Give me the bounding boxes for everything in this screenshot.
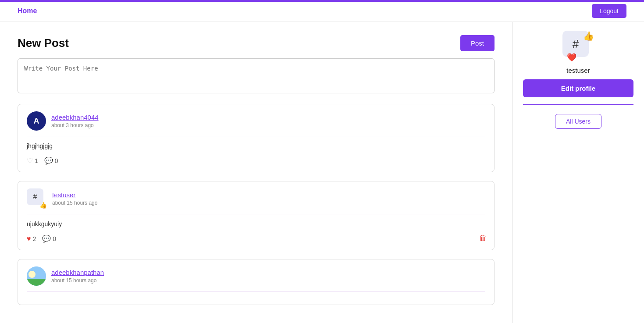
username-link[interactable]: adeebkhanpathan: [51, 269, 104, 276]
topbar: Home Logout: [0, 0, 644, 22]
logout-button[interactable]: Logout: [592, 4, 626, 18]
heart-badge-icon: ❤️: [567, 53, 576, 62]
new-post-title: New Post: [18, 36, 69, 50]
like-button[interactable]: ♡ 1: [27, 156, 38, 165]
comment-count: 0: [55, 157, 58, 164]
user-info: testuser about 15 hours ago: [52, 191, 97, 206]
feed-column: New Post Post A adeebkhan4044 about 3 ho…: [0, 22, 512, 323]
post-body: ujukkgukyuiy: [27, 214, 485, 232]
sidebar: # 👍 ❤️ testuser Edit profile All Users: [512, 22, 644, 323]
post-actions: ♥ 2 💬 0: [27, 232, 485, 243]
comment-icon: 💬: [44, 156, 53, 165]
new-post-header: New Post Post: [18, 35, 495, 51]
avatar: [27, 266, 46, 286]
like-count: 1: [35, 157, 38, 164]
profile-avatar: # 👍 ❤️: [562, 31, 594, 62]
post-card: A adeebkhan4044 about 3 hours ago jhgjhg…: [18, 104, 495, 172]
like-count: 2: [33, 235, 36, 242]
thumbs-up-icon: 👍: [583, 31, 594, 41]
user-info: adeebkhanpathan about 15 hours ago: [51, 269, 104, 284]
avatar: A: [27, 111, 46, 131]
comment-count: 0: [53, 235, 56, 242]
timestamp: about 15 hours ago: [51, 277, 104, 284]
avatar: # 👍: [27, 188, 47, 209]
main-layout: New Post Post A adeebkhan4044 about 3 ho…: [0, 22, 644, 323]
comment-button[interactable]: 💬 0: [44, 156, 58, 165]
post-body: jhgjhgjgjg: [27, 136, 485, 154]
post-card: adeebkhanpathan about 15 hours ago: [18, 259, 495, 305]
profile-username: testuser: [566, 67, 590, 74]
post-button[interactable]: Post: [460, 35, 495, 51]
profile-section: # 👍 ❤️ testuser Edit profile: [523, 31, 633, 105]
post-card-header: adeebkhanpathan about 15 hours ago: [27, 266, 485, 291]
home-link[interactable]: Home: [18, 7, 37, 15]
user-info: adeebkhan4044 about 3 hours ago: [51, 114, 99, 128]
username-link[interactable]: adeebkhan4044: [51, 114, 99, 121]
post-card-header: # 👍 testuser about 15 hours ago: [27, 188, 485, 214]
svg-rect-1: [27, 279, 46, 286]
post-textarea[interactable]: [18, 58, 495, 93]
heart-icon: ♡: [27, 156, 33, 165]
post-actions: ♡ 1 💬 0: [27, 154, 485, 165]
delete-button[interactable]: 🗑: [479, 234, 487, 243]
timestamp: about 15 hours ago: [52, 200, 97, 206]
svg-point-2: [28, 271, 36, 278]
like-button[interactable]: ♥ 2: [27, 235, 36, 243]
all-users-button[interactable]: All Users: [555, 114, 601, 129]
comment-button[interactable]: 💬 0: [42, 234, 56, 243]
post-card-header: A adeebkhan4044 about 3 hours ago: [27, 111, 485, 136]
all-users-section: All Users: [523, 114, 633, 129]
edit-profile-button[interactable]: Edit profile: [523, 79, 633, 97]
heart-icon: ♥: [27, 235, 31, 243]
username-link[interactable]: testuser: [52, 191, 75, 199]
timestamp: about 3 hours ago: [51, 122, 99, 128]
post-card: # 👍 testuser about 15 hours ago ujukkguk…: [18, 181, 495, 250]
comment-icon: 💬: [42, 234, 51, 243]
